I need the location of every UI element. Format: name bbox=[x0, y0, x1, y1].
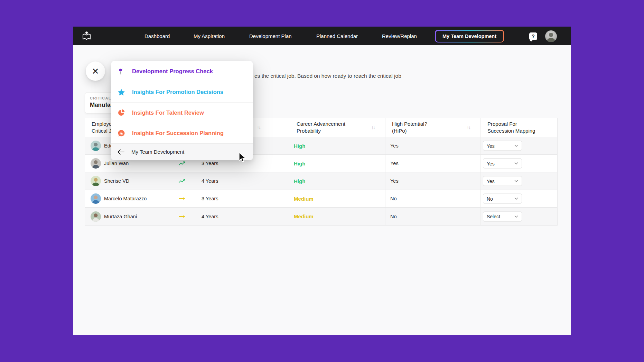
proposal-cell: Select bbox=[481, 208, 558, 225]
help-icon[interactable]: ? bbox=[529, 32, 537, 40]
nav-active-label: My Team Development bbox=[436, 31, 503, 42]
proposal-dropdown[interactable]: Select bbox=[483, 211, 522, 221]
col-header-proposal: Proposal For Succession Mapping bbox=[481, 118, 558, 137]
nav-item-review-replan[interactable]: Review/Replan bbox=[382, 27, 417, 45]
flag-icon bbox=[118, 68, 125, 75]
years-cell: 4 Years bbox=[194, 208, 290, 225]
dropdown-value: No bbox=[487, 196, 493, 201]
proposal-dropdown[interactable]: Yes bbox=[483, 141, 522, 151]
chevron-down-icon bbox=[514, 162, 518, 165]
sort-icon[interactable]: ↑↓ bbox=[371, 124, 375, 131]
dropdown-value: Yes bbox=[487, 178, 495, 184]
table-row[interactable]: Sherise VD 4 Years High Yes Yes bbox=[85, 172, 557, 190]
trending-up-icon bbox=[178, 177, 186, 185]
proposal-cell: No bbox=[481, 190, 558, 207]
col-header-line: Proposal For bbox=[487, 121, 517, 127]
chat-thumb-icon bbox=[118, 130, 125, 137]
employee-avatar bbox=[91, 193, 101, 204]
menu-item-development-progress-check[interactable]: Development Progress Check bbox=[111, 61, 253, 82]
nav-item-dashboard[interactable]: Dashboard bbox=[144, 27, 170, 45]
star-icon bbox=[118, 88, 125, 96]
top-navbar: Dashboard My Aspiration Development Plan… bbox=[73, 27, 571, 45]
nav-item-planned-calendar[interactable]: Planned Calendar bbox=[316, 27, 358, 45]
col-header-line: Employe bbox=[92, 121, 112, 127]
menu-item-label: Development Progress Check bbox=[132, 68, 213, 75]
trending-flat-icon bbox=[178, 195, 186, 202]
user-avatar[interactable] bbox=[545, 30, 557, 42]
years-cell: 4 Years bbox=[194, 172, 290, 190]
years-cell: 3 Years bbox=[194, 190, 290, 207]
proposal-cell: Yes bbox=[481, 172, 558, 190]
proposal-dropdown[interactable]: Yes bbox=[483, 176, 522, 186]
employee-cell: Sherise VD bbox=[85, 172, 194, 190]
trending-flat-icon bbox=[178, 213, 186, 220]
menu-item-insights-promotion-decisions[interactable]: Insights For Promotion Decisions bbox=[111, 82, 253, 103]
hipo-cell: Yes bbox=[385, 137, 481, 154]
employee-cell: Marcelo Matarazzo bbox=[85, 190, 194, 207]
chevron-down-icon bbox=[514, 145, 518, 147]
dropdown-value: Yes bbox=[487, 161, 495, 166]
dropdown-value: Yes bbox=[487, 143, 495, 149]
proposal-cell: Yes bbox=[481, 137, 558, 154]
menu-item-label: Insights For Promotion Decisions bbox=[132, 89, 223, 95]
employee-avatar bbox=[91, 158, 101, 169]
mouse-cursor bbox=[239, 152, 248, 163]
sort-icon[interactable]: ↑↓ bbox=[467, 124, 470, 131]
col-header-hipo[interactable]: High Potential? (HiPo) ↑↓ bbox=[385, 118, 481, 137]
chevron-down-icon bbox=[514, 180, 518, 182]
employee-avatar bbox=[91, 211, 101, 222]
hipo-cell: Yes bbox=[385, 155, 481, 172]
chevron-down-icon bbox=[514, 198, 518, 200]
employee-avatar bbox=[91, 141, 101, 151]
probability-cell: Medium bbox=[290, 208, 385, 225]
proposal-dropdown[interactable]: Yes bbox=[483, 159, 522, 169]
probability-cell: High bbox=[290, 172, 385, 190]
table-row[interactable]: Marcelo Matarazzo 3 Years Medium No No bbox=[85, 190, 557, 208]
menu-back-my-team-development[interactable]: My Team Development bbox=[111, 143, 253, 160]
col-header-career-advancement[interactable]: Career Advancement Probability ↑↓ bbox=[290, 118, 385, 137]
employee-avatar bbox=[91, 176, 101, 186]
proposal-dropdown[interactable]: No bbox=[483, 194, 522, 204]
col-header-line: High Potential? bbox=[392, 121, 427, 127]
menu-item-insights-succession-planning[interactable]: Insights For Succession Planning bbox=[111, 123, 253, 144]
probability-cell: High bbox=[290, 137, 385, 154]
col-header-line: Succession Mapping bbox=[487, 127, 535, 134]
proposal-cell: Yes bbox=[481, 155, 558, 172]
employee-cell: Murtaza Ghani bbox=[85, 208, 194, 225]
hipo-cell: No bbox=[385, 208, 481, 225]
trending-up-icon bbox=[178, 160, 186, 167]
dropdown-value: Select bbox=[487, 214, 500, 219]
chevron-down-icon bbox=[514, 215, 518, 218]
col-header-line: Career Advancement bbox=[297, 121, 345, 127]
probability-cell: High bbox=[290, 155, 385, 172]
col-header-line: Probability bbox=[297, 127, 321, 134]
nav-item-my-aspiration[interactable]: My Aspiration bbox=[194, 27, 225, 45]
hipo-cell: No bbox=[385, 190, 481, 207]
table-row[interactable]: Murtaza Ghani 4 Years Medium No Select bbox=[85, 208, 557, 225]
page-description: es the critical job. Based on how ready … bbox=[254, 73, 401, 79]
col-header-line: (HiPo) bbox=[392, 127, 407, 134]
app-content: Dashboard My Aspiration Development Plan… bbox=[73, 27, 571, 335]
app-logo-icon bbox=[82, 31, 91, 41]
person-silhouette-icon bbox=[545, 30, 557, 42]
sort-icon[interactable]: ↑↓ bbox=[257, 124, 260, 131]
menu-back-label: My Team Development bbox=[131, 149, 184, 155]
menu-item-label: Insights For Succession Planning bbox=[132, 130, 224, 136]
nav-item-development-plan[interactable]: Development Plan bbox=[249, 27, 292, 45]
nav-item-my-team-development-active[interactable]: My Team Development bbox=[435, 30, 504, 42]
hipo-cell: Yes bbox=[385, 172, 481, 190]
arrow-left-icon bbox=[118, 149, 124, 155]
probability-cell: Medium bbox=[290, 190, 385, 207]
insights-menu: Development Progress Check Insights For … bbox=[111, 61, 253, 160]
menu-item-insights-talent-review[interactable]: Insights For Talent Review bbox=[111, 102, 253, 123]
close-menu-button[interactable]: ✕ bbox=[86, 61, 105, 81]
pie-chart-icon bbox=[118, 109, 125, 116]
col-header-line: Critical J bbox=[92, 127, 112, 134]
menu-item-label: Insights For Talent Review bbox=[132, 109, 204, 116]
